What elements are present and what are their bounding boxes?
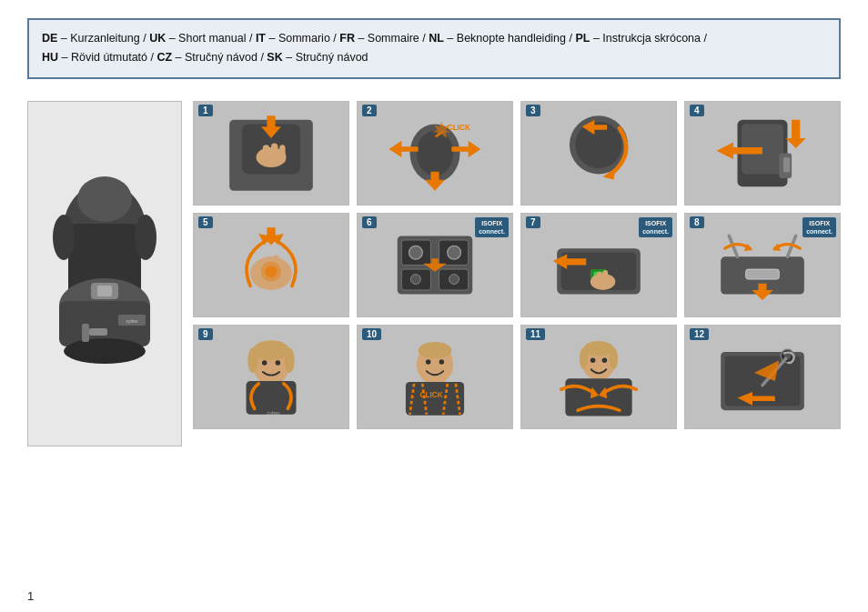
svg-point-54 xyxy=(410,274,420,284)
svg-rect-12 xyxy=(82,324,89,342)
svg-point-91 xyxy=(584,341,614,356)
svg-rect-63 xyxy=(603,270,609,286)
step-number-2: 2 xyxy=(362,105,377,116)
svg-point-46 xyxy=(266,266,278,277)
step-number-7: 7 xyxy=(526,216,540,228)
svg-point-55 xyxy=(449,274,459,284)
step-row-2: 5 xyxy=(193,213,841,317)
step-10: 10 xyxy=(357,325,513,429)
svg-rect-13 xyxy=(89,328,107,336)
svg-point-82 xyxy=(426,359,431,365)
svg-rect-19 xyxy=(279,145,285,163)
svg-rect-62 xyxy=(597,271,602,286)
svg-point-76 xyxy=(262,360,267,366)
svg-point-5 xyxy=(53,215,75,260)
product-image: cybex xyxy=(27,101,182,446)
step-number-1: 1 xyxy=(198,105,213,116)
svg-point-75 xyxy=(285,347,295,373)
step-9: 9 xyxy=(193,325,349,429)
step-11: 11 xyxy=(520,325,677,429)
svg-point-83 xyxy=(439,359,445,365)
step-number-5: 5 xyxy=(198,216,213,228)
step-6: 6 ISOFIXconnect. xyxy=(357,213,513,317)
svg-rect-68 xyxy=(746,269,780,279)
step-5: 5 xyxy=(193,213,349,317)
svg-point-61 xyxy=(590,273,616,289)
svg-point-92 xyxy=(580,347,588,369)
svg-point-94 xyxy=(590,357,596,363)
svg-point-9 xyxy=(64,338,146,364)
svg-text:cybex: cybex xyxy=(126,318,138,324)
svg-point-95 xyxy=(602,357,608,363)
svg-point-53 xyxy=(448,246,461,259)
step-number-8: 8 xyxy=(690,216,704,228)
svg-point-74 xyxy=(247,347,257,373)
step-3: 3 xyxy=(520,101,677,206)
page-number: 1 xyxy=(27,589,34,603)
svg-point-22 xyxy=(417,130,453,176)
step-1: 1 xyxy=(193,101,349,206)
svg-point-73 xyxy=(253,340,289,360)
svg-text:CLICK: CLICK xyxy=(448,123,470,131)
step-8: 8 ISOFIXconnect. xyxy=(684,213,841,317)
svg-point-93 xyxy=(610,347,618,369)
svg-rect-8 xyxy=(97,286,112,296)
step-number-12: 12 xyxy=(690,328,709,340)
step-row-1: 1 xyxy=(193,101,841,206)
svg-rect-18 xyxy=(271,143,278,164)
step-2: 2 CLICK xyxy=(357,101,513,206)
step-12: 12 xyxy=(684,325,841,429)
step-number-10: 10 xyxy=(362,328,381,340)
step-number-6: 6 xyxy=(362,216,377,228)
step-row-3: 9 xyxy=(193,325,841,429)
svg-point-6 xyxy=(135,215,156,260)
svg-rect-96 xyxy=(565,378,631,416)
step-number-11: 11 xyxy=(526,328,545,340)
main-content: cybex 1 xyxy=(27,101,841,446)
isofix-badge-6: ISOFIXconnect. xyxy=(475,217,509,237)
svg-point-52 xyxy=(409,246,423,259)
svg-point-77 xyxy=(276,360,281,366)
header-language-bar: DE – Kurzanleitung / UK – Short manual /… xyxy=(27,18,841,79)
svg-rect-36 xyxy=(783,157,790,173)
svg-point-81 xyxy=(419,342,452,358)
step-number-9: 9 xyxy=(198,328,213,340)
isofix-badge-7: ISOFIXconnect. xyxy=(639,217,672,237)
steps-grid: 1 xyxy=(193,101,841,446)
svg-text:cybex: cybex xyxy=(267,409,280,415)
step-7: 7 ISOFIXconnect. xyxy=(520,213,677,317)
step-4: 4 xyxy=(684,101,841,206)
svg-rect-17 xyxy=(263,145,269,166)
step-number-4: 4 xyxy=(690,105,704,116)
step-number-3: 3 xyxy=(526,105,540,116)
svg-point-4 xyxy=(77,176,132,222)
svg-marker-38 xyxy=(786,119,806,147)
svg-text:CLICK: CLICK xyxy=(420,391,443,399)
isofix-badge-8: ISOFIXconnect. xyxy=(802,217,836,237)
